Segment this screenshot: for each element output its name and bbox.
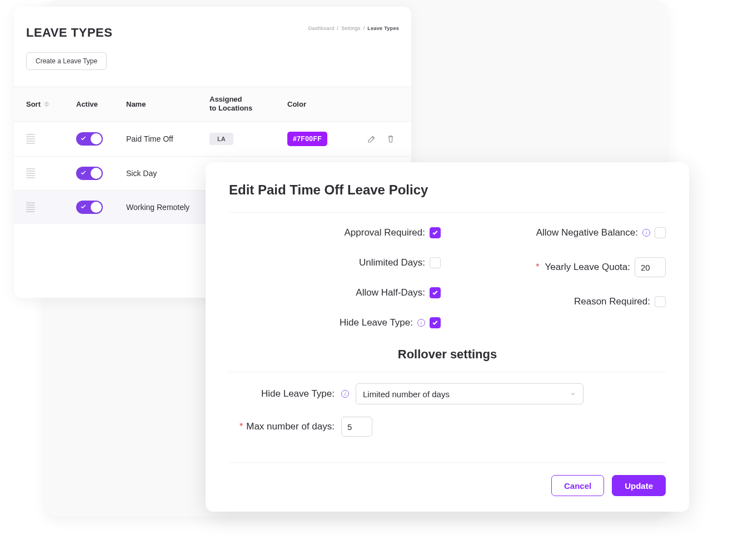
edit-leave-policy-modal: Edit Paid Time Off Leave Policy Approval… [206, 162, 689, 512]
required-marker: * [240, 421, 243, 432]
yearly-leave-quota-label: Yearly Leave Quota: [545, 262, 630, 273]
drag-handle-icon[interactable] [26, 134, 35, 144]
info-icon[interactable]: i [642, 229, 650, 237]
hide-leave-type-label: Hide Leave Type: [340, 317, 413, 328]
active-toggle[interactable] [76, 201, 103, 214]
info-icon[interactable]: i [417, 319, 425, 327]
location-chip: LA [210, 133, 233, 145]
sort-caret-icon[interactable] [44, 100, 49, 108]
yearly-leave-quota-input[interactable] [635, 257, 666, 277]
breadcrumb-item[interactable]: Settings [341, 26, 361, 31]
delete-icon[interactable] [386, 134, 396, 144]
table-header: Sort Active Name Assignedto Locations Co… [14, 87, 411, 122]
reason-required-checkbox[interactable] [655, 296, 666, 307]
active-toggle[interactable] [76, 167, 103, 180]
info-icon[interactable]: i [341, 390, 349, 398]
rollover-type-select[interactable]: Limited number of days [356, 383, 584, 404]
leave-name: Paid Time Off [126, 134, 210, 143]
column-color: Color [287, 100, 354, 108]
select-value: Limited number of days [363, 389, 450, 399]
modal-title: Edit Paid Time Off Leave Policy [229, 182, 666, 198]
max-days-input[interactable] [341, 417, 372, 437]
required-marker: * [536, 262, 539, 272]
max-days-label: Max number of days: [246, 421, 335, 432]
chevron-down-icon [570, 389, 576, 399]
reason-required-label: Reason Required: [574, 296, 650, 307]
column-assigned: Assignedto Locations [210, 95, 287, 113]
breadcrumb: Dashboard / Settings / Leave Types [308, 26, 399, 31]
page-title: LEAVE TYPES [26, 26, 112, 40]
allow-negative-balance-label: Allow Negative Balance: [536, 227, 638, 238]
column-name: Name [126, 100, 210, 108]
allow-negative-balance-checkbox[interactable] [655, 227, 666, 238]
leave-name: Working Remotely [126, 203, 210, 212]
allow-half-days-checkbox[interactable] [430, 287, 441, 298]
edit-icon[interactable] [367, 134, 377, 144]
drag-handle-icon[interactable] [26, 202, 35, 212]
allow-half-days-label: Allow Half-Days: [356, 287, 425, 298]
divider [229, 372, 666, 372]
active-toggle[interactable] [76, 132, 103, 146]
hide-leave-type-checkbox[interactable] [430, 317, 441, 328]
rollover-hide-leave-type-label: Hide Leave Type: [229, 388, 335, 399]
breadcrumb-current: Leave Types [367, 26, 399, 31]
drag-handle-icon[interactable] [26, 168, 35, 178]
approval-required-checkbox[interactable] [430, 227, 441, 238]
color-chip: #7F00FF [287, 132, 327, 146]
unlimited-days-checkbox[interactable] [430, 257, 441, 268]
leave-name: Sick Day [126, 169, 210, 178]
divider [229, 212, 666, 213]
create-leave-type-button[interactable]: Create a Leave Type [26, 52, 107, 70]
rollover-settings-title: Rollover settings [229, 347, 666, 362]
column-sort[interactable]: Sort [26, 100, 41, 108]
update-button[interactable]: Update [612, 475, 666, 496]
approval-required-label: Approval Required: [344, 227, 425, 238]
column-active: Active [76, 100, 126, 108]
breadcrumb-item[interactable]: Dashboard [308, 26, 335, 31]
table-row: Paid Time Off LA #7F00FF [14, 122, 411, 157]
cancel-button[interactable]: Cancel [551, 475, 604, 496]
unlimited-days-label: Unlimited Days: [359, 257, 425, 268]
